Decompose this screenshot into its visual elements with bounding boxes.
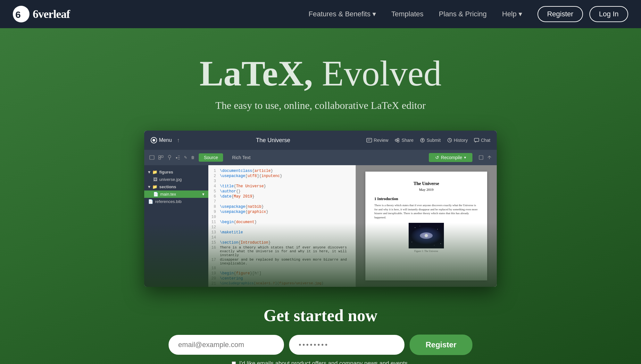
chevron-down-icon: ▾ [148,170,150,174]
code-line-15: 15\section{Introduction} [208,240,355,245]
code-line-11: 11\begin{document} [208,220,355,225]
hero-title: LaTeX, Evolved [200,54,442,93]
file-universe-jpg[interactable]: 🖼 universe.jpg [144,176,208,183]
pdf-body: There is a theory which states that if e… [374,203,478,219]
password-input[interactable] [289,335,404,355]
history-button[interactable]: History [447,138,468,143]
edit-icon[interactable]: ✎ [184,155,187,160]
folder-icon: 📁 [152,184,157,189]
file-main-tex[interactable]: 📄 main.tex ▾ [144,190,208,198]
editor-document-title: The Universe [185,137,361,144]
file-references-bib[interactable]: 📄 references.bib [144,198,208,205]
hero-subtitle: The easy to use, online, collaborative L… [215,100,426,111]
nav-cta: Register Log In [537,6,628,22]
svg-point-31 [415,227,415,228]
nav-features[interactable]: Features & Benefits ▾ [309,10,376,18]
svg-rect-13 [474,138,479,142]
svg-rect-25 [479,156,483,159]
svg-rect-15 [159,156,161,158]
editor-body: ▾ 📁 figures 🖼 universe.jpg ▾ 📁 sections … [144,165,497,287]
pdf-title: The Universe [374,181,478,186]
svg-point-3 [153,139,155,142]
logo-text: 6verleaf [33,7,70,21]
code-line-12: 12 [208,225,355,230]
code-line-8: 8\usepackage{natbib} [208,204,355,209]
file-tex-icon: 📄 [153,192,158,197]
get-started-title: Get started now [169,306,472,325]
code-line-14: 14 [208,235,355,240]
pdf-section: 1 Introduction [374,197,478,201]
nav-pricing[interactable]: Plans & Pricing [439,10,487,18]
share-button[interactable]: Share [395,138,413,143]
code-editor[interactable]: 1\documentclass{article} 2\usepackage[ut… [208,165,356,287]
source-button[interactable]: Source [199,153,223,162]
newsletter-row: I'd like emails about product offers and… [169,360,472,364]
svg-rect-21 [176,157,177,158]
pdf-galaxy-image [409,223,444,248]
hero-section: LaTeX, Evolved The easy to use, online, … [0,28,641,364]
folder-sections[interactable]: ▾ 📁 sections [144,183,208,190]
file-tree: ▾ 📁 figures 🖼 universe.jpg ▾ 📁 sections … [144,165,208,287]
code-line-20: 20\centering [208,276,355,281]
code-line-10: 10 [208,214,355,220]
code-line-9: 9\usepackage{graphicx} [208,209,355,214]
newsletter-label: I'd like emails about product offers and… [239,360,409,364]
svg-text:6: 6 [15,9,21,20]
upload-button[interactable]: ↑ [177,137,180,144]
logo[interactable]: 6 6verleaf [13,6,70,22]
code-line-17: 17disappear and be replaced by something… [208,257,355,266]
code-line-4: 4\title{The Universe} [208,184,355,189]
svg-point-18 [168,155,171,158]
svg-point-32 [437,229,438,230]
recompile-button[interactable]: ↺ Recompile ▾ [429,153,472,162]
code-line-18: 18 [208,266,355,271]
svg-rect-4 [367,138,372,142]
pdf-page: The Universe May 2019 1 Introduction The… [365,172,487,280]
menu-button[interactable]: Menu [151,137,172,143]
pdf-caption: Figure 1: The Universe [374,250,478,253]
code-line-19: 19\begin{figure}[h!] [208,271,355,276]
get-started-section: Get started now Register I'd like emails… [169,306,472,364]
navbar: 6 6verleaf Features & Benefits ▾ Templat… [0,0,641,28]
rich-text-button[interactable]: Rich Text [227,153,255,162]
editor-actions: Review Share Submit History Chat [366,138,490,143]
code-line-13: 13\maketitle [208,230,355,235]
submit-button[interactable]: Submit [420,138,441,143]
email-input[interactable] [169,335,284,355]
folder-icon: 📁 [152,170,157,174]
nav-login-button[interactable]: Log In [589,6,628,22]
svg-point-7 [395,139,397,141]
nav-links: Features & Benefits ▾ Templates Plans & … [309,10,522,18]
editor-sub-toolbar: ✎ 🗑 Source Rich Text ↺ Recompile ▾ [144,150,497,165]
code-line-21: 21\includegraphics[scale=1.7]{figures/un… [208,281,355,286]
code-line-5: 5\author{} [208,189,355,194]
nav-templates[interactable]: Templates [391,10,423,18]
code-line-22: 22\caption{The Universe} [208,286,355,287]
code-line-7: 7 [208,199,355,204]
pdf-preview: The Universe May 2019 1 Introduction The… [356,165,497,287]
svg-rect-16 [161,156,163,158]
editor-toolbar: Menu ↑ The Universe Review Share Submit [144,131,497,150]
svg-rect-17 [159,158,161,159]
code-line-3: 3 [208,179,355,184]
review-button[interactable]: Review [366,138,388,143]
svg-rect-14 [150,156,154,159]
file-bib-icon: 📄 [148,199,153,204]
svg-point-34 [440,243,441,244]
code-line-6: 6\date{May 2019} [208,194,355,199]
nav-register-button[interactable]: Register [537,6,583,22]
code-line-16: 16There is a theory which states that if… [208,245,355,257]
code-line-1: 1\documentclass{article} [208,168,355,174]
code-line-2: 2\usepackage[utf8]{inputenc} [208,174,355,179]
folder-figures[interactable]: ▾ 📁 figures [144,168,208,176]
chevron-down-icon: ▾ [148,184,150,189]
editor-mockup: Menu ↑ The Universe Review Share Submit [144,131,497,287]
svg-point-33 [412,242,412,242]
svg-point-9 [397,140,399,142]
nav-help[interactable]: Help ▾ [502,10,522,18]
signup-register-button[interactable]: Register [410,335,472,355]
newsletter-checkbox[interactable] [232,361,236,364]
delete-icon[interactable]: 🗑 [191,155,195,160]
svg-point-30 [425,234,428,237]
chat-button[interactable]: Chat [474,138,490,143]
